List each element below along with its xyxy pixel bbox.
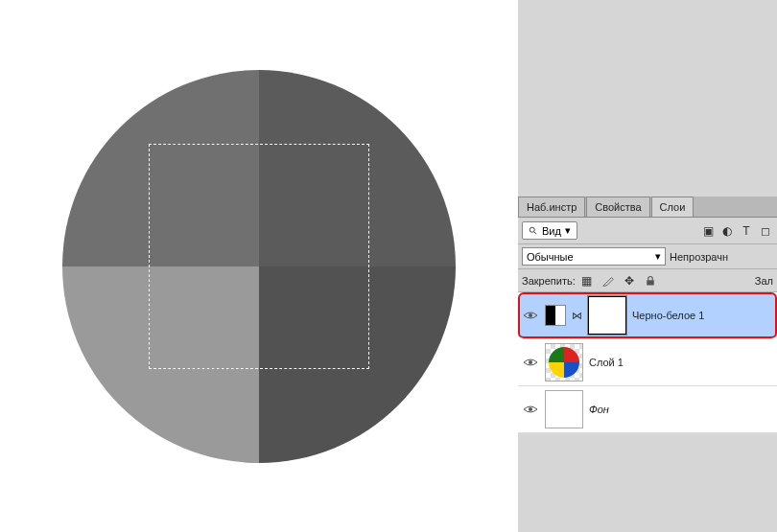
layer-name[interactable]: Слой 1 (589, 357, 773, 368)
eye-icon (523, 404, 538, 415)
svg-point-0 (530, 227, 534, 232)
layers-panel: Наб.инстр Свойства Слои Вид ▾ ▣ ◐ T ◻ Об… (518, 0, 777, 532)
svg-point-5 (529, 407, 532, 411)
blend-mode-select[interactable]: Обычные ▾ (522, 247, 666, 266)
filter-image-icon[interactable]: ▣ (700, 223, 716, 239)
canvas-area[interactable] (0, 0, 518, 532)
filter-kind-label: Вид (542, 225, 561, 237)
layer-filter-row: Вид ▾ ▣ ◐ T ◻ (518, 218, 777, 244)
lock-all-icon[interactable] (643, 273, 658, 289)
layer-row-background[interactable]: Фон (518, 386, 777, 433)
svg-point-4 (529, 360, 532, 364)
tab-tools[interactable]: Наб.инстр (518, 197, 585, 217)
marquee-selection[interactable] (149, 144, 369, 369)
adjustment-thumb (545, 305, 566, 326)
layer-name[interactable]: Фон (589, 404, 773, 415)
lock-icon (645, 275, 656, 287)
lock-pixels-icon[interactable] (600, 273, 616, 289)
svg-point-3 (529, 313, 532, 317)
filter-text-icon[interactable]: T (739, 223, 754, 239)
lock-position-icon[interactable]: ✥ (622, 273, 637, 289)
filter-adjustment-icon[interactable]: ◐ (719, 223, 735, 239)
filter-shape-icon[interactable]: ◻ (758, 223, 773, 239)
chevron-down-icon: ▾ (565, 224, 571, 237)
lock-transparency-icon[interactable]: ▦ (579, 273, 595, 289)
layers-list: ⋈ Черно-белое 1 Слой 1 Фон (518, 292, 777, 433)
layer-name[interactable]: Черно-белое 1 (632, 310, 773, 321)
opacity-label[interactable]: Непрозрачн (670, 251, 728, 263)
blend-mode-value: Обычные (527, 251, 574, 263)
mask-thumb[interactable] (588, 296, 626, 335)
thumb-circle (549, 347, 579, 378)
visibility-toggle[interactable] (522, 354, 539, 371)
brush-icon (601, 274, 615, 288)
visibility-toggle[interactable] (522, 307, 539, 324)
layer-row-adjustment[interactable]: ⋈ Черно-белое 1 (518, 292, 777, 339)
tab-layers[interactable]: Слои (651, 197, 695, 217)
lock-row: Закрепить: ▦ ✥ Зал (518, 269, 777, 292)
eye-icon (523, 357, 538, 368)
panel-top-gap (518, 0, 777, 197)
layer-thumb[interactable] (545, 343, 583, 382)
svg-rect-2 (647, 280, 654, 285)
fill-label: Зал (755, 275, 773, 287)
lock-label: Закрепить: (522, 275, 576, 287)
svg-line-1 (534, 231, 537, 234)
blend-row: Обычные ▾ Непрозрачн (518, 244, 777, 269)
visibility-toggle[interactable] (522, 401, 539, 418)
panel-tabs: Наб.инстр Свойства Слои (518, 197, 777, 218)
search-icon (529, 226, 538, 236)
tab-properties[interactable]: Свойства (586, 197, 649, 217)
eye-icon (523, 310, 538, 321)
link-icon[interactable]: ⋈ (572, 310, 582, 322)
layer-row-pixel[interactable]: Слой 1 (518, 339, 777, 386)
chevron-down-icon: ▾ (655, 250, 661, 263)
filter-kind-dropdown[interactable]: Вид ▾ (522, 221, 577, 240)
layer-thumb[interactable] (545, 390, 583, 428)
